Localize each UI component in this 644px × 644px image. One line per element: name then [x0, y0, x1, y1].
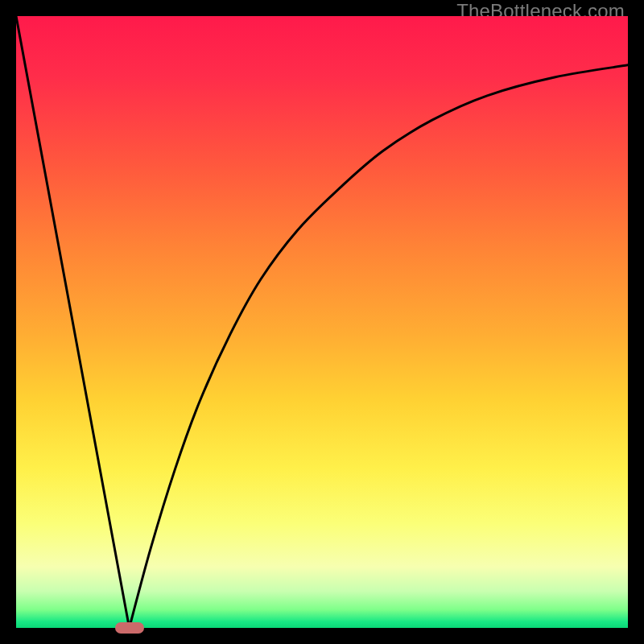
- plot-area: [16, 16, 628, 628]
- bottleneck-curve: [16, 16, 628, 628]
- curve-path: [16, 16, 628, 628]
- chart-frame: TheBottleneck.com: [0, 0, 644, 644]
- optimal-marker: [115, 622, 144, 634]
